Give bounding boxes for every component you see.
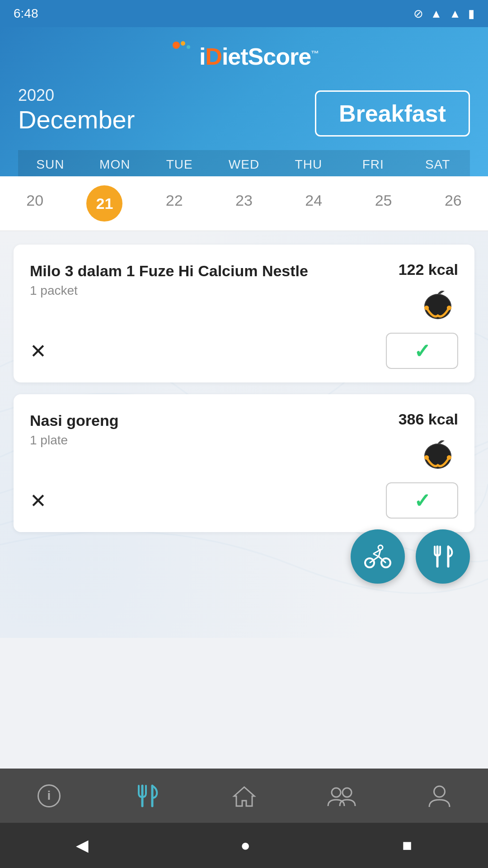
svg-point-29 [332,788,341,797]
food-2-check-button[interactable]: ✓ [386,482,458,519]
cycling-fab-button[interactable] [351,529,405,584]
year-label: 2020 [18,86,135,105]
svg-point-1 [181,41,185,46]
app-logo: iDietScore™ [169,41,319,72]
cal-date-21[interactable]: 21 [86,185,122,222]
svg-point-0 [173,42,180,49]
food-card-1: Milo 3 dalam 1 Fuze Hi Calcium Nestle 1 … [14,245,474,382]
status-bar: 6:48 ⊘ ▲ ▲ ▮ [0,0,488,27]
cycling-icon [364,543,391,570]
logo-dots-icon [169,41,197,72]
signal-icon: ▲ [449,7,461,21]
meal-type-button[interactable]: Breakfast [315,90,470,137]
cal-date-20[interactable]: 20 [0,185,70,222]
cal-date-26[interactable]: 26 [418,185,488,222]
cal-header-wed: WED [212,157,277,172]
food-card-1-top: Milo 3 dalam 1 Fuze Hi Calcium Nestle 1 … [30,261,458,324]
content-area: Milo 3 dalam 1 Fuze Hi Calcium Nestle 1 … [0,231,488,638]
food-1-info: Milo 3 dalam 1 Fuze Hi Calcium Nestle 1 … [30,261,399,298]
cal-date-23[interactable]: 23 [209,185,279,222]
food-1-calories: 122 kcal [399,261,458,278]
food-2-calories: 386 kcal [399,410,458,428]
svg-rect-13 [424,456,429,459]
food-2-quantity: 1 plate [30,433,399,448]
cal-date-22[interactable]: 22 [140,185,209,222]
food-nav-icon [134,783,159,808]
food-1-check-button[interactable]: ✓ [386,333,458,369]
food-card-2: Nasi goreng 1 plate 386 kcal ✕ [14,394,474,532]
svg-point-31 [434,786,445,797]
nav-item-community[interactable] [319,773,364,818]
cal-date-25[interactable]: 25 [348,185,418,222]
header: iDietScore™ 2020 December Breakfast SUN … [0,27,488,176]
info-nav-icon: i [37,783,61,808]
cal-header-sat: SAT [405,157,470,172]
battery-icon: ▮ [468,7,474,21]
food-fab-button[interactable] [416,529,470,584]
cal-header-tue: TUE [147,157,212,172]
home-button[interactable]: ● [231,831,259,859]
food-1-icon [418,283,458,324]
food-2-name: Nasi goreng [30,410,399,430]
back-button[interactable]: ◀ [67,831,98,859]
nav-item-home[interactable] [221,773,267,818]
home-nav-icon [232,783,257,808]
calendar-dates: 20 21 22 23 24 25 26 [0,176,488,231]
cal-header-thu: THU [276,157,341,172]
cal-header-sun: SUN [18,157,83,172]
logo-container: iDietScore™ [18,41,470,72]
nav-item-info[interactable]: i [26,773,71,818]
header-middle: 2020 December Breakfast [18,86,470,137]
svg-text:i: i [47,788,51,802]
food-2-check-icon: ✓ [414,489,431,512]
month-label: December [18,105,135,134]
utensils-fab-icon [429,543,456,570]
food-1-name: Milo 3 dalam 1 Fuze Hi Calcium Nestle [30,261,399,281]
status-icons: ⊘ ▲ ▲ ▮ [413,7,474,21]
logo-text: iDietScore™ [199,43,319,70]
calendar-headers: SUN MON TUE WED THU FRI SAT [18,150,470,176]
system-navigation: ◀ ● ■ [0,823,488,868]
food-card-2-bottom: ✕ ✓ [30,482,458,519]
cal-header-fri: FRI [341,157,405,172]
bottom-navigation: i [0,769,488,823]
recent-button[interactable]: ■ [393,831,421,859]
svg-rect-7 [424,307,429,309]
food-card-2-top: Nasi goreng 1 plate 386 kcal [30,410,458,473]
fab-container [351,529,470,584]
cal-date-24[interactable]: 24 [279,185,348,222]
notification-icon: ⊘ [413,7,423,21]
svg-point-30 [343,788,352,797]
svg-rect-14 [447,456,451,459]
svg-point-2 [187,45,190,49]
svg-point-17 [378,545,383,550]
community-nav-icon [327,783,357,808]
food-2-utensil-icon: ✕ [30,489,47,512]
status-time: 6:48 [14,6,38,21]
nav-item-food[interactable] [124,773,169,818]
svg-rect-8 [447,307,451,309]
cal-header-mon: MON [83,157,147,172]
date-section: 2020 December [18,86,135,134]
food-1-check-icon: ✓ [414,340,431,363]
profile-nav-icon [427,783,452,808]
food-1-right: 122 kcal [399,261,458,324]
food-2-icon [418,433,458,473]
food-1-quantity: 1 packet [30,283,399,298]
food-card-1-bottom: ✕ ✓ [30,333,458,369]
wifi-icon: ▲ [431,7,442,21]
food-2-info: Nasi goreng 1 plate [30,410,399,448]
food-1-utensil-icon: ✕ [30,340,47,363]
svg-line-21 [373,554,379,557]
nav-item-profile[interactable] [417,773,462,818]
food-2-right: 386 kcal [399,410,458,473]
